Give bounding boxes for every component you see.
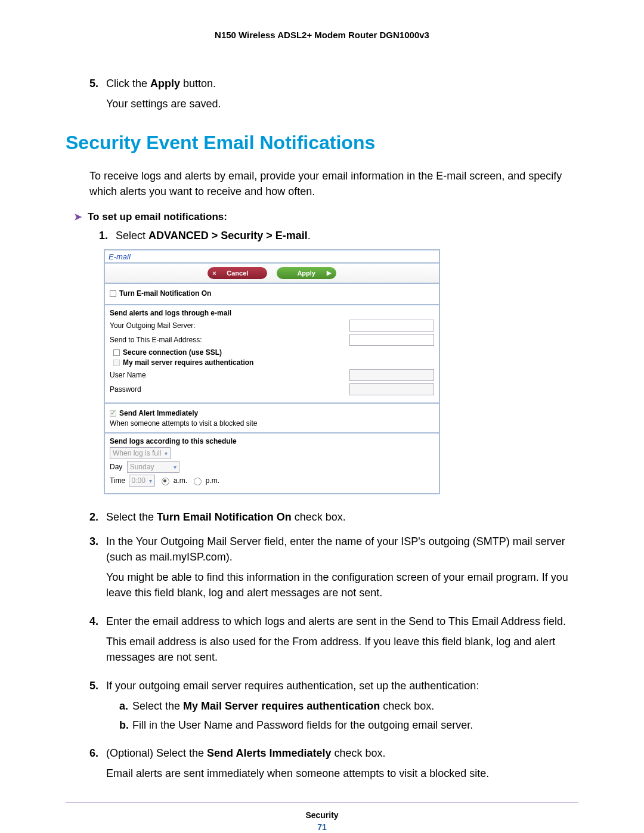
text: When someone attempts to visit a blocked… <box>110 419 434 428</box>
outgoing-server-input[interactable] <box>349 320 434 332</box>
text: Email alerts are sent immediately when s… <box>106 766 578 781</box>
password-input[interactable] <box>349 383 434 395</box>
field-label: User Name <box>110 371 146 379</box>
field-label: Password <box>110 385 141 394</box>
text: Enter the email address to which logs an… <box>106 614 578 629</box>
chevron-down-icon: ▾ <box>149 478 152 484</box>
chevron-down-icon: ▾ <box>174 464 177 470</box>
text: To set up email notifications: <box>88 211 227 223</box>
step-letter: a. <box>119 698 132 714</box>
text: check box. <box>292 511 346 523</box>
text: . <box>308 230 311 241</box>
step-2: 2. Select the Turn Email Notification On… <box>89 509 578 525</box>
apply-word: Apply <box>150 78 180 89</box>
menu-path: ADVANCED > Security > E-mail <box>148 230 308 241</box>
field-label: Your Outgoing Mail Server: <box>110 321 196 330</box>
day-select[interactable]: Sunday ▾ <box>127 461 179 473</box>
field-label: Day <box>110 463 122 471</box>
username-input[interactable] <box>349 369 434 381</box>
pm-radio[interactable] <box>194 478 202 485</box>
text: Select the <box>106 511 157 523</box>
text: This email address is also used for the … <box>106 634 578 665</box>
step-number: 2. <box>89 509 106 525</box>
ssl-checkbox[interactable] <box>113 349 120 356</box>
intro-paragraph: To receive logs and alerts by email, pro… <box>89 168 578 199</box>
text: check box. <box>380 700 434 712</box>
chevron-right-icon: ▶ <box>327 267 332 279</box>
procedure-heading: ➤ To set up email notifications: <box>74 211 578 223</box>
turn-email-on-checkbox[interactable] <box>110 290 116 297</box>
bold-term: Turn Email Notification On <box>157 511 292 523</box>
radio-label: p.m. <box>206 476 219 485</box>
time-select[interactable]: 0:00 ▾ <box>129 475 155 487</box>
step-number: 5. <box>89 76 106 112</box>
close-icon: × <box>212 267 216 279</box>
group-heading: Send logs according to this schedule <box>110 437 434 445</box>
text: (Optional) Select the <box>106 747 207 759</box>
step-letter: b. <box>119 717 132 733</box>
text: Click the <box>106 78 150 89</box>
step-number: 1. <box>99 228 116 243</box>
text: Select the <box>132 700 183 712</box>
text: check box. <box>332 747 386 759</box>
checkbox-label: Send Alert Immediately <box>119 409 198 417</box>
step-number: 4. <box>89 614 106 670</box>
step-number: 6. <box>89 745 106 786</box>
schedule-select[interactable]: When log is full ▾ <box>110 447 171 459</box>
select-value: Sunday <box>130 463 154 471</box>
text: If your outgoing email server requires a… <box>106 678 578 693</box>
step-4: 4. Enter the email address to which logs… <box>89 614 578 670</box>
group-heading: Send alerts and logs through e-mail <box>110 309 434 317</box>
step-number: 5. <box>89 678 106 736</box>
text: Fill in the User Name and Password field… <box>132 717 578 733</box>
panel-title: E-mail <box>105 250 439 264</box>
step-1: 1. Select ADVANCED > Security > E-mail. <box>99 228 578 243</box>
apply-button[interactable]: Apply ▶ <box>277 267 336 279</box>
am-radio[interactable] <box>162 478 169 485</box>
button-bar: × Cancel Apply ▶ <box>105 264 439 284</box>
divider <box>66 803 578 803</box>
text: Your settings are saved. <box>106 96 578 112</box>
bold-term: Send Alerts Immediately <box>207 747 331 759</box>
text: You might be able to find this informati… <box>106 569 578 600</box>
radio-label: a.m. <box>174 476 187 485</box>
step-5a: a. Select the My Mail Server requires au… <box>119 698 578 714</box>
step-5b: b. Fill in the User Name and Password fi… <box>119 717 578 733</box>
page-number: 71 <box>66 822 578 832</box>
chevron-right-icon: ➤ <box>74 211 82 222</box>
bold-term: My Mail Server requires authentication <box>183 700 380 712</box>
checkbox-label: Secure connection (use SSL) <box>123 348 222 357</box>
checkbox-label: Turn E-mail Notification On <box>119 289 211 298</box>
chevron-down-icon: ▾ <box>165 450 168 457</box>
step-3: 3. In the Your Outgoing Mail Server fiel… <box>89 534 578 605</box>
field-label: Send to This E-mail Address: <box>110 336 202 344</box>
cancel-button[interactable]: × Cancel <box>208 267 267 279</box>
step-5-top: 5. Click the Apply button. Your settings… <box>89 76 578 112</box>
select-value: When log is full <box>113 449 161 457</box>
step-number: 3. <box>89 534 106 605</box>
button-label: Cancel <box>227 270 248 277</box>
text: In the Your Outgoing Mail Server field, … <box>106 534 578 565</box>
checkbox-label: My mail server requires authentication <box>123 358 253 367</box>
send-to-input[interactable] <box>349 334 434 346</box>
select-value: 0:00 <box>132 476 145 485</box>
email-settings-panel: E-mail × Cancel Apply ▶ Turn E-mail Noti… <box>104 249 440 494</box>
auth-checkbox[interactable] <box>113 360 120 366</box>
section-heading: Security Event Email Notifications <box>66 132 578 154</box>
text: Select <box>116 230 148 241</box>
step-5: 5. If your outgoing email server require… <box>89 678 578 736</box>
text: button. <box>180 78 216 89</box>
send-alert-immediately-checkbox[interactable] <box>110 410 116 417</box>
doc-header: N150 Wireless ADSL2+ Modem Router DGN100… <box>66 30 578 40</box>
button-label: Apply <box>297 270 315 277</box>
footer-section: Security <box>66 810 578 820</box>
page-footer: Security 71 <box>66 810 578 833</box>
field-label: Time <box>110 476 125 485</box>
step-6: 6. (Optional) Select the Send Alerts Imm… <box>89 745 578 786</box>
